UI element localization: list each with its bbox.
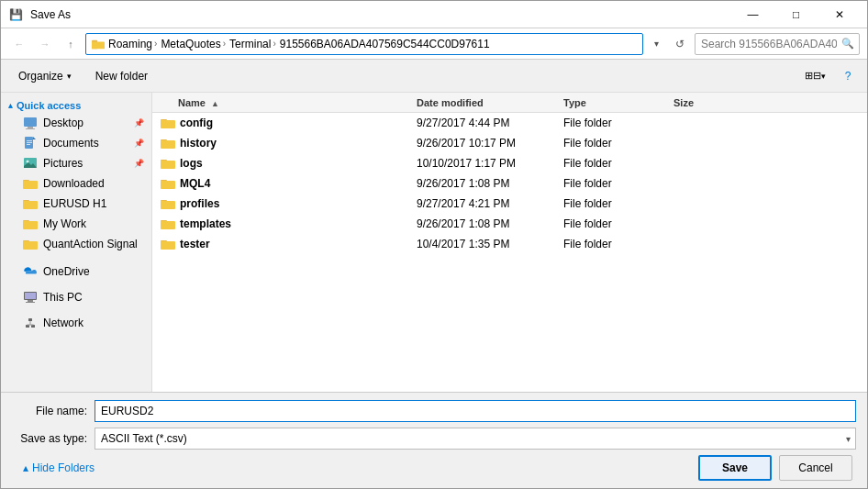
svg-rect-1 — [92, 41, 105, 49]
svg-marker-6 — [33, 137, 36, 139]
breadcrumb-terminal[interactable]: Terminal › — [229, 38, 276, 50]
file-name-text: history — [180, 137, 417, 150]
file-date-cell: 10/10/2017 1:17 PM — [417, 157, 563, 170]
maximize-button[interactable]: □ — [775, 1, 817, 28]
search-input[interactable] — [695, 33, 860, 55]
filename-label: File name: — [12, 405, 95, 417]
file-name-cell: logs — [160, 155, 417, 172]
file-type-cell: File folder — [563, 177, 673, 190]
file-type-cell: File folder — [563, 137, 673, 150]
col-header-date[interactable]: Date modified — [417, 97, 563, 108]
bottom-footer: ▴ Hide Folders Save Cancel — [12, 455, 856, 481]
col-header-type[interactable]: Type — [563, 97, 673, 108]
toolbar-right: ⊞⊟ ▾ ? — [798, 64, 860, 88]
sidebar-item-downloaded[interactable]: Downloaded — [1, 173, 151, 194]
breadcrumb-metaquotes[interactable]: MetaQuotes › — [161, 38, 226, 50]
saveas-select-wrapper: ASCII Text (*.csv)CSV (*.csv)Excel (*.xl… — [95, 428, 856, 450]
desktop-pin-icon: 📌 — [134, 118, 144, 128]
filename-input[interactable] — [95, 400, 856, 422]
cancel-button[interactable]: Cancel — [779, 455, 852, 481]
svg-rect-2 — [24, 117, 37, 127]
col-header-size[interactable]: Size — [673, 97, 747, 108]
svg-rect-4 — [26, 128, 35, 129]
documents-icon — [23, 136, 38, 150]
address-dropdown-button[interactable]: ▾ — [647, 33, 665, 55]
view-dropdown-icon: ▾ — [821, 72, 826, 81]
onedrive-icon — [23, 264, 38, 279]
sidebar-item-thispc[interactable]: This PC — [1, 287, 151, 307]
svg-rect-22 — [25, 293, 36, 299]
folder-icon — [160, 175, 176, 192]
file-name-cell: history — [160, 135, 417, 151]
svg-rect-43 — [161, 241, 175, 250]
table-row[interactable]: tester 10/4/2017 1:35 PM File folder — [152, 234, 867, 254]
downloaded-folder-icon — [23, 176, 38, 191]
table-row[interactable]: templates 9/26/2017 1:08 PM File folder — [152, 214, 867, 234]
svg-rect-18 — [23, 221, 38, 229]
window-title: Save As — [30, 8, 71, 21]
table-row[interactable]: MQL4 9/26/2017 1:08 PM File folder — [152, 173, 867, 194]
new-folder-button[interactable]: New folder — [85, 64, 158, 88]
table-row[interactable]: logs 10/10/2017 1:17 PM File folder — [152, 153, 867, 173]
file-name-cell: profiles — [160, 195, 417, 212]
svg-rect-37 — [161, 181, 175, 189]
minimize-button[interactable]: — — [732, 1, 773, 28]
eurusd-folder-icon — [23, 196, 38, 211]
file-name-text: tester — [180, 238, 417, 250]
folder-icon — [160, 195, 176, 212]
breadcrumb-roaming[interactable]: Roaming › — [108, 38, 157, 50]
svg-rect-7 — [27, 140, 32, 141]
svg-rect-41 — [161, 221, 175, 229]
file-date-cell: 10/4/2017 1:35 PM — [417, 238, 563, 250]
table-row[interactable]: config 9/27/2017 4:44 PM File folder — [152, 113, 867, 133]
help-button[interactable]: ? — [836, 64, 860, 88]
file-date-cell: 9/26/2017 1:08 PM — [417, 177, 563, 190]
sidebar-item-quantaction[interactable]: QuantAction Signal — [1, 234, 151, 254]
breadcrumb-folder-icon — [92, 38, 105, 50]
back-button[interactable]: ← — [8, 33, 30, 55]
filename-row: File name: — [12, 400, 856, 422]
hide-folders-button[interactable]: ▴ Hide Folders — [16, 458, 102, 478]
toolbar: Organize ▾ New folder ⊞⊟ ▾ ? — [1, 60, 867, 93]
up-button[interactable]: ↑ — [60, 33, 82, 55]
svg-rect-27 — [28, 318, 32, 321]
main-content: ▴ Quick access Desktop 📌 — [1, 93, 867, 392]
pictures-icon — [23, 156, 38, 171]
breadcrumb-id[interactable]: 915566BA06ADA407569C544CC0D97611 — [280, 38, 490, 50]
close-button[interactable]: ✕ — [818, 1, 860, 28]
svg-rect-33 — [161, 140, 175, 149]
file-name-text: logs — [180, 157, 417, 170]
view-button[interactable]: ⊞⊟ ▾ — [798, 64, 832, 88]
svg-rect-9 — [27, 144, 30, 145]
sidebar-item-documents[interactable]: Documents 📌 — [1, 133, 151, 153]
pictures-pin-icon: 📌 — [134, 159, 144, 168]
save-button[interactable]: Save — [698, 455, 772, 481]
svg-rect-23 — [28, 300, 33, 302]
sidebar-item-mywork[interactable]: My Work — [1, 214, 151, 234]
organize-button[interactable]: Organize ▾ — [8, 64, 82, 88]
sidebar-item-network[interactable]: Network — [1, 313, 151, 333]
sidebar-item-eurusd[interactable]: EURUSD H1 — [1, 194, 151, 214]
forward-button[interactable]: → — [34, 33, 56, 55]
col-header-name[interactable]: Name ▲ — [160, 97, 417, 108]
quick-access-header[interactable]: ▴ Quick access — [1, 96, 151, 113]
sidebar: ▴ Quick access Desktop 📌 — [1, 93, 152, 392]
address-path[interactable]: Roaming › MetaQuotes › Terminal › 915566… — [85, 33, 643, 55]
saveas-select[interactable]: ASCII Text (*.csv)CSV (*.csv)Excel (*.xl… — [95, 428, 856, 450]
table-row[interactable]: profiles 9/27/2017 4:21 PM File folder — [152, 194, 867, 214]
sidebar-item-onedrive[interactable]: OneDrive — [1, 261, 151, 282]
hide-folders-chevron-icon: ▴ — [23, 461, 28, 474]
file-date-cell: 9/27/2017 4:44 PM — [417, 117, 563, 129]
refresh-button[interactable]: ↺ — [669, 33, 691, 55]
table-row[interactable]: history 9/26/2017 10:17 PM File folder — [152, 133, 867, 153]
quantaction-folder-icon — [23, 237, 38, 251]
file-date-cell: 9/26/2017 1:08 PM — [417, 217, 563, 230]
svg-rect-14 — [23, 181, 38, 189]
sidebar-item-pictures[interactable]: Pictures 📌 — [1, 153, 151, 173]
svg-rect-20 — [23, 241, 38, 250]
window-icon: 💾 — [8, 7, 23, 22]
sidebar-item-desktop[interactable]: Desktop 📌 — [1, 113, 151, 133]
file-date-cell: 9/27/2017 4:21 PM — [417, 197, 563, 210]
view-grid-icon: ⊞⊟ — [805, 70, 821, 82]
folder-icon — [160, 155, 176, 172]
